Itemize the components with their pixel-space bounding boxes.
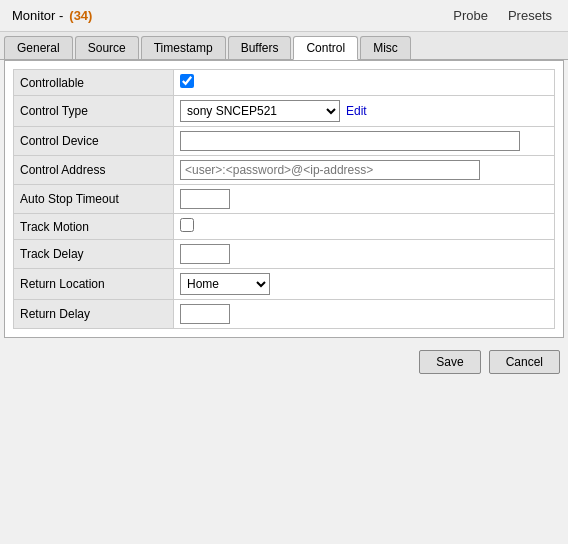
control-type-label: Control Type bbox=[14, 96, 174, 127]
track-motion-label: Track Motion bbox=[14, 214, 174, 240]
edit-link[interactable]: Edit bbox=[346, 104, 367, 118]
track-delay-input[interactable]: 0 bbox=[180, 244, 230, 264]
footer-buttons: Save Cancel bbox=[0, 338, 568, 386]
window-count: (34) bbox=[69, 8, 92, 23]
content-area: Controllable Control Type sony SNCEP521 … bbox=[4, 60, 564, 338]
tab-bar: General Source Timestamp Buffers Control… bbox=[0, 32, 568, 60]
cancel-button[interactable]: Cancel bbox=[489, 350, 560, 374]
window-actions: Probe Presets bbox=[449, 6, 556, 25]
row-return-delay: Return Delay 0 bbox=[14, 300, 555, 329]
save-button[interactable]: Save bbox=[419, 350, 480, 374]
probe-button[interactable]: Probe bbox=[449, 6, 492, 25]
return-location-label: Return Location bbox=[14, 269, 174, 300]
row-controllable: Controllable bbox=[14, 70, 555, 96]
return-delay-input[interactable]: 0 bbox=[180, 304, 230, 324]
control-type-row: sony SNCEP521 Edit bbox=[180, 100, 548, 122]
return-location-dropdown-wrapper: Home None Custom bbox=[180, 273, 270, 295]
tab-timestamp[interactable]: Timestamp bbox=[141, 36, 226, 59]
control-device-label: Control Device bbox=[14, 127, 174, 156]
presets-button[interactable]: Presets bbox=[504, 6, 556, 25]
row-control-type: Control Type sony SNCEP521 Edit bbox=[14, 96, 555, 127]
tab-buffers[interactable]: Buffers bbox=[228, 36, 292, 59]
controllable-label: Controllable bbox=[14, 70, 174, 96]
tab-control[interactable]: Control bbox=[293, 36, 358, 60]
row-control-device: Control Device bbox=[14, 127, 555, 156]
control-address-label: Control Address bbox=[14, 156, 174, 185]
control-address-input[interactable] bbox=[180, 160, 480, 180]
row-return-location: Return Location Home None Custom bbox=[14, 269, 555, 300]
row-track-motion: Track Motion bbox=[14, 214, 555, 240]
control-type-select[interactable]: sony SNCEP521 bbox=[180, 100, 340, 122]
auto-stop-label: Auto Stop Timeout bbox=[14, 185, 174, 214]
tab-misc[interactable]: Misc bbox=[360, 36, 411, 59]
window-header: Monitor - (34) Probe Presets bbox=[0, 0, 568, 32]
tab-source[interactable]: Source bbox=[75, 36, 139, 59]
controllable-checkbox[interactable] bbox=[180, 74, 194, 88]
tab-general[interactable]: General bbox=[4, 36, 73, 59]
control-device-input[interactable] bbox=[180, 131, 520, 151]
return-delay-label: Return Delay bbox=[14, 300, 174, 329]
row-track-delay: Track Delay 0 bbox=[14, 240, 555, 269]
auto-stop-input[interactable] bbox=[180, 189, 230, 209]
track-delay-label: Track Delay bbox=[14, 240, 174, 269]
form-table: Controllable Control Type sony SNCEP521 … bbox=[13, 69, 555, 329]
window-title: Monitor - bbox=[12, 8, 63, 23]
row-control-address: Control Address bbox=[14, 156, 555, 185]
track-motion-checkbox[interactable] bbox=[180, 218, 194, 232]
row-auto-stop: Auto Stop Timeout bbox=[14, 185, 555, 214]
return-location-select[interactable]: Home None Custom bbox=[181, 274, 269, 294]
